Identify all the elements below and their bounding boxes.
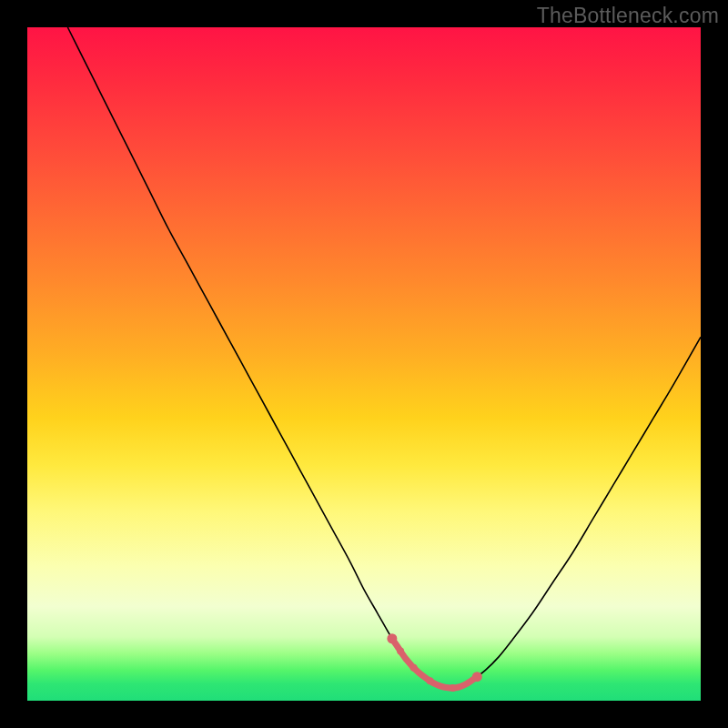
plot-area — [27, 27, 701, 701]
highlight-segment — [387, 633, 481, 692]
highlight-dot — [387, 633, 397, 643]
highlight-dot — [427, 677, 434, 684]
highlight-line — [392, 639, 477, 688]
bottleneck-curve — [67, 27, 701, 688]
highlight-dot — [472, 672, 482, 682]
highlight-dot — [410, 664, 418, 672]
highlight-dot — [450, 684, 457, 692]
highlight-dot — [397, 648, 404, 655]
chart-frame: TheBottleneck.com — [0, 0, 728, 728]
curve-layer — [27, 27, 701, 701]
watermark-text: TheBottleneck.com — [537, 4, 719, 28]
